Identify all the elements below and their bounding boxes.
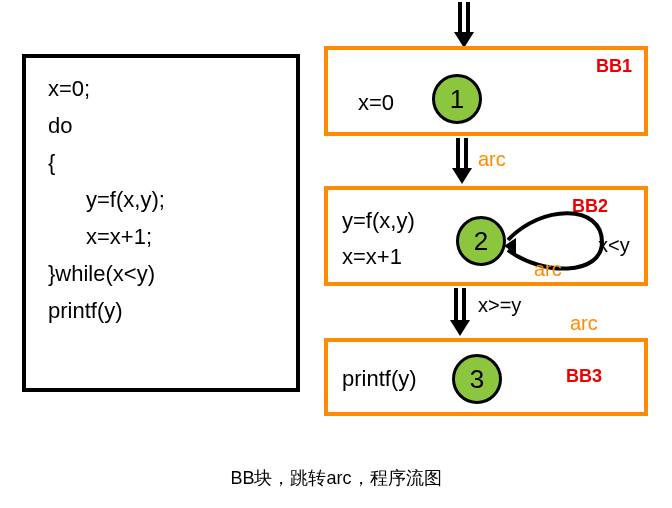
code-line: do xyxy=(48,113,274,139)
arc-label-1: arc xyxy=(478,148,506,171)
svg-marker-9 xyxy=(450,320,470,336)
arrow-entry-icon xyxy=(452,2,476,50)
code-line: { xyxy=(48,150,274,176)
code-line: x=x+1; xyxy=(48,224,274,250)
bb3-stmt: printf(y) xyxy=(342,366,417,392)
exit-cond: x>=y xyxy=(478,294,521,317)
code-box-outer: x=0; do { y=f(x,y); x=x+1; }while(x<y) p… xyxy=(22,54,300,392)
bb1-box: BB1 x=0 1 xyxy=(324,46,648,136)
bb3-node: 3 xyxy=(452,354,502,404)
bb2-stmt2: x=x+1 xyxy=(342,244,402,270)
bb3-node-number: 3 xyxy=(470,364,484,395)
bb2-node: 2 xyxy=(456,216,506,266)
bb3-label: BB3 xyxy=(566,366,602,387)
bb3-box: BB3 printf(y) 3 xyxy=(324,338,648,416)
code-line: }while(x<y) xyxy=(48,261,274,287)
arc-label-3: arc xyxy=(570,312,598,335)
bb2-self-cond: x<y xyxy=(598,234,630,257)
svg-marker-5 xyxy=(452,168,472,184)
code-line: x=0; xyxy=(48,76,274,102)
bb2-node-number: 2 xyxy=(474,226,488,257)
figure-caption: BB块，跳转arc，程序流图 xyxy=(0,466,672,490)
arc-label-2: arc xyxy=(534,258,562,281)
arrow-bb2-bb3-icon xyxy=(446,288,474,338)
bb1-stmt: x=0 xyxy=(358,90,394,116)
code-line: printf(y) xyxy=(48,298,274,324)
bb1-node: 1 xyxy=(432,74,482,124)
arrow-bb1-bb2-icon xyxy=(448,138,476,186)
bb1-node-number: 1 xyxy=(450,84,464,115)
bb1-label: BB1 xyxy=(596,56,632,77)
code-line: y=f(x,y); xyxy=(48,187,274,213)
bb2-stmt1: y=f(x,y) xyxy=(342,208,415,234)
